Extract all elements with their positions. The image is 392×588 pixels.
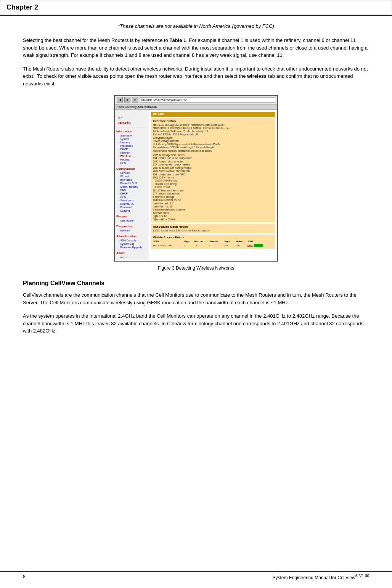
associated-headers: BSSID Signal Noise SSID Channel Rate Enc… [153, 229, 273, 232]
page-footer: 8 System Engineering Manual for CellView… [0, 571, 392, 580]
associated-section: Associated Mesh Nodes BSSID Signal Noise… [151, 224, 275, 233]
sidebar-link-serial-ports[interactable]: Serial ports [116, 199, 147, 202]
ap-col-signal: Signal [224, 240, 236, 243]
sidebar-link-memory[interactable]: Memory [116, 141, 147, 144]
interface-text-2: 2975 tx management frames 134 tx failed … [153, 154, 273, 221]
ap-beacon: 100 [194, 243, 209, 248]
sidebar-link-logging[interactable]: Logging [116, 209, 147, 212]
figure-caption: Figure 3 Detecting Wireless Networks [158, 265, 235, 271]
ap-ssid-val: InDec [247, 243, 273, 248]
admin-section-title: Administration [116, 235, 147, 238]
ap-bssid: 00:1e:2a:11:07:6c [153, 243, 183, 248]
browser-content-area: ((·)) nexis Information Summary System M… [115, 110, 277, 261]
sidebar-link-system-log[interactable]: System Log [116, 242, 147, 246]
stop-button[interactable]: ✕ [132, 97, 138, 103]
interface-text-1: eth1 IEEE 802.11g ESSID:"nexis" Nickname… [153, 124, 273, 153]
config-section-title: Configuration [116, 167, 147, 170]
italic-note: *These channels are not available in Nor… [23, 23, 369, 29]
ap-signal: -59 [224, 243, 236, 248]
plugins-section-title: Plugins [116, 215, 147, 218]
ap-col-ssid: SSID [153, 240, 183, 243]
wireless-ref: wireless [247, 73, 267, 79]
forward-button[interactable]: ▶ [124, 97, 130, 103]
visible-ap-title: Visible Access Points [153, 236, 273, 239]
main-content: *These channels are not available in Nor… [0, 16, 392, 349]
ap-col-flags: Flags [183, 240, 194, 243]
signal-bar [254, 244, 263, 247]
browser-screenshot: ◀ ▶ ✕ nexis Gateway Administration ((·))… [114, 95, 278, 262]
chapter-title: Chapter 2 [6, 3, 386, 11]
interface-title: Interface Status [153, 119, 273, 123]
wlan-title: WLAND [151, 112, 275, 117]
section-heading: Planning CellView Channels [23, 280, 369, 287]
sidebar-link-wireless[interactable]: Wireless [116, 154, 147, 158]
sidebar-link-cell-monitor[interactable]: Cell Monitor [116, 219, 147, 222]
sidebar-link-network-info[interactable]: Network [116, 151, 147, 154]
info-section-title: Information [116, 130, 147, 133]
sidebar-link-wizard[interactable]: Wizard... [116, 175, 147, 178]
browser-title: nexis Gateway Administration [115, 104, 277, 110]
ap-flags: 20 [183, 243, 194, 248]
back-button[interactable]: ◀ [117, 97, 123, 103]
sidebar-link-processes[interactable]: Processes [116, 144, 147, 148]
sidebar-link-firmware[interactable]: Firmware Upgrade [116, 246, 147, 249]
sidebar-link-system[interactable]: System [116, 137, 147, 141]
sidebar-link-nexis-about[interactable]: nexis [116, 255, 147, 259]
paragraph-1: Selecting the best channel for the Mesh … [23, 37, 369, 59]
sidebar-link-gps-info[interactable]: GPS [116, 161, 147, 165]
ap-col-beacon: Beacon [194, 240, 209, 243]
sidebar-link-gps-config[interactable]: GPS [116, 195, 147, 199]
ap-channel: 1 [208, 243, 224, 248]
associated-title: Associated Mesh Nodes [153, 225, 273, 228]
table-ref: Table 1 [169, 37, 186, 43]
ap-table-row: 00:1e:2a:11:07:6c 20 100 1 -59 -96 InDec [153, 243, 273, 248]
sidebar-link-mesh-routing[interactable]: Mesh / Routing [116, 185, 147, 188]
ap-noise: -96 [236, 243, 247, 248]
sidebar-link-password[interactable]: Password [116, 206, 147, 209]
sidebar-link-dhcp-config[interactable]: DHCP [116, 192, 147, 195]
sidebar-link-summary[interactable]: Summary [116, 134, 147, 137]
sidebar-link-routing[interactable]: Routing [116, 158, 147, 161]
sidebar-link-dhcp-info[interactable]: DHCP [116, 148, 147, 151]
ap-table: SSID Flags Beacon Channel Signal Noise S… [153, 240, 273, 247]
sidebar-link-dns[interactable]: DNS [116, 188, 147, 192]
sidebar-link-interfaces[interactable]: Interfaces [116, 178, 147, 182]
paragraph-3: CellView channels are the communication … [23, 291, 369, 306]
ap-col-ssid2: SSID [247, 240, 273, 243]
visible-ap-section: Visible Access Points SSID Flags Beacon … [151, 235, 275, 249]
browser-main-panel: WLAND Interface Status eth1 IEEE 802.11g… [149, 110, 277, 261]
chapter-header: Chapter 2 [0, 0, 392, 15]
sidebar-link-network-diag[interactable]: Network [116, 229, 147, 232]
paragraph-4: As the system operates in the internatio… [23, 312, 369, 335]
about-section-title: About [116, 251, 147, 255]
footer-page-number: 8 [23, 574, 26, 580]
sidebar-link-firewall[interactable]: Firewall / QoS [116, 182, 147, 185]
nexis-logo: ((·)) nexis [116, 112, 147, 127]
browser-toolbar: ◀ ▶ ✕ [115, 96, 277, 104]
interface-section: Interface Status eth1 IEEE 802.11g ESSID… [151, 118, 275, 222]
browser-sidebar: ((·)) nexis Information Summary System M… [115, 110, 149, 261]
address-bar[interactable] [140, 97, 275, 103]
sidebar-link-external-io[interactable]: External I/O [116, 202, 147, 206]
paragraph-2: The Mesh Routers also have the ability t… [23, 65, 369, 88]
footer-document-title: System Engineering Manual for CellView® … [273, 574, 370, 580]
ap-col-noise: Noise [236, 240, 247, 243]
sidebar-link-ssh[interactable]: SSH Console [116, 239, 147, 242]
ap-col-channel: Channel [208, 240, 224, 243]
figure-container: ◀ ▶ ✕ nexis Gateway Administration ((·))… [23, 95, 369, 271]
diag-section-title: Diagnostics [116, 225, 147, 228]
sidebar-link-network-config[interactable]: Network [116, 171, 147, 175]
